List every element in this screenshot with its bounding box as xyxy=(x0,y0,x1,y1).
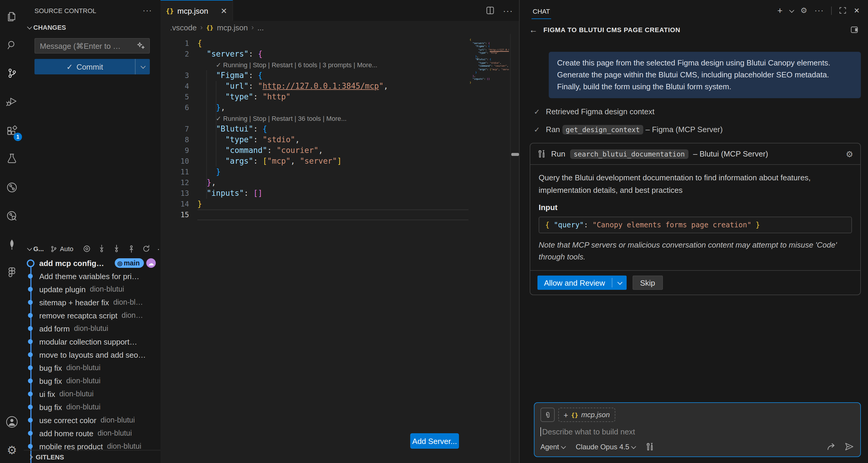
pull-icon[interactable] xyxy=(113,244,121,253)
commit-button[interactable]: ✓Commit xyxy=(34,59,150,75)
editor-more-actions-icon[interactable]: ··· xyxy=(503,6,513,15)
allow-and-review-button[interactable]: Allow and Review xyxy=(537,276,626,290)
mongodb-icon[interactable] xyxy=(4,236,20,253)
chat-settings-gear-icon[interactable]: ⚙ xyxy=(801,6,807,14)
commit-row[interactable]: add formdion-blutui xyxy=(24,322,160,335)
commit-repo: dion-blutui xyxy=(66,377,100,385)
commit-row[interactable]: add home routedion-blutui xyxy=(24,427,160,440)
attach-button[interactable] xyxy=(540,408,555,422)
sparkle-icon[interactable] xyxy=(137,42,145,50)
tool-input-json: { "query": "Canopy elements forms page c… xyxy=(539,216,852,233)
search-icon[interactable] xyxy=(4,37,20,54)
code-area[interactable]: 1{2 "servers": {✓ Running | Stop | Resta… xyxy=(160,34,519,463)
commit-message: add mcp config… xyxy=(39,259,104,267)
commit-dot-icon xyxy=(28,339,33,344)
code-line: 9 "command": "courier", xyxy=(160,145,519,156)
commit-dot-icon xyxy=(28,431,33,436)
commit-message-input[interactable] xyxy=(34,38,150,54)
graph-branch-mode[interactable]: Auto xyxy=(60,245,73,252)
graph-section-header[interactable]: G... Auto · xyxy=(24,242,160,255)
graph-overflow[interactable]: · xyxy=(157,244,160,253)
commit-dropdown[interactable] xyxy=(135,59,150,75)
breadcrumb[interactable]: .vscode › {} mcp.json › ... xyxy=(170,21,264,34)
open-chat-in-editor-icon[interactable] xyxy=(850,26,859,34)
run-and-debug-icon[interactable] xyxy=(4,93,20,110)
code-line: 8 "type": "stdio", xyxy=(470,61,509,64)
more-actions-icon[interactable]: ··· xyxy=(143,6,152,15)
mode-picker[interactable]: Agent xyxy=(540,442,565,451)
chat-more-actions-icon[interactable]: ··· xyxy=(814,6,824,15)
code-line: 9 "command": "courier", xyxy=(470,64,509,67)
tools-icon xyxy=(537,149,546,158)
close-panel-icon[interactable]: ✕ xyxy=(854,6,860,15)
maximize-panel-icon[interactable] xyxy=(839,6,846,14)
chat-text-input[interactable]: Describe what to build next xyxy=(540,427,854,436)
scrollbar-slider[interactable] xyxy=(511,153,519,156)
context-chip-mcp-json[interactable]: + {} mcp.json xyxy=(558,408,615,422)
tab-mcp-json[interactable]: {} mcp.json ✕ xyxy=(160,0,233,21)
tab-chat[interactable]: CHAT xyxy=(531,2,551,19)
allow-dropdown-icon[interactable] xyxy=(612,281,626,285)
extensions-icon[interactable]: 1 xyxy=(4,123,20,139)
commit-row[interactable]: use correct colordion-blutui xyxy=(24,414,160,427)
commit-row[interactable]: move to layouts and add seo… xyxy=(24,348,160,361)
commit-graph-search-icon[interactable] xyxy=(4,208,20,224)
chat-input-box[interactable]: + {} mcp.json Describe what to build nex… xyxy=(534,402,861,457)
testing-icon[interactable] xyxy=(4,150,20,167)
extensions-badge: 1 xyxy=(14,133,22,141)
cloud-badge-icon[interactable]: ☁ xyxy=(146,258,156,268)
close-tab-icon[interactable]: ✕ xyxy=(221,6,227,15)
fetch-icon[interactable] xyxy=(98,244,106,253)
commit-row[interactable]: modular collection support… xyxy=(24,335,160,348)
commit-row[interactable]: update plugindion-blutui xyxy=(24,283,160,296)
breadcrumb-symbol[interactable]: ... xyxy=(257,23,264,32)
activity-bar: 1 ⚙ xyxy=(0,0,24,463)
commit-message: bug fix xyxy=(39,376,62,385)
target-icon[interactable] xyxy=(83,244,91,253)
gitlens-section-header[interactable]: GITLENS xyxy=(24,450,160,463)
redirect-arrow-icon[interactable] xyxy=(826,442,836,452)
account-icon[interactable] xyxy=(4,414,20,430)
code-line: 1{ xyxy=(160,38,519,49)
settings-gear-icon[interactable]: ⚙ xyxy=(4,441,20,458)
figma-icon[interactable] xyxy=(4,264,20,281)
gitlens-icon[interactable] xyxy=(4,179,20,196)
skip-button[interactable]: Skip xyxy=(632,276,663,290)
codelens-row[interactable]: ✓ Running | Stop | Restart | 36 tools | … xyxy=(160,113,519,124)
model-picker[interactable]: Claude Opus 4.5 xyxy=(576,442,635,451)
commit-row[interactable]: ui fixdion-blutui xyxy=(24,387,160,401)
new-chat-dropdown-icon[interactable] xyxy=(789,7,794,12)
explorer-icon[interactable] xyxy=(4,8,20,25)
add-server-button[interactable]: Add Server... xyxy=(410,433,459,449)
split-editor-icon[interactable] xyxy=(486,6,495,15)
tool-settings-gear-icon[interactable]: ⚙ xyxy=(846,150,853,158)
add-context-icon: + xyxy=(564,410,568,419)
commit-row[interactable]: Add theme variables for pri… xyxy=(24,269,160,283)
push-icon[interactable] xyxy=(127,244,136,253)
back-arrow-icon[interactable]: ← xyxy=(529,25,537,34)
breadcrumb-folder[interactable]: .vscode xyxy=(170,23,197,32)
refresh-icon[interactable] xyxy=(143,244,151,253)
commit-dot-icon xyxy=(28,366,33,370)
commit-row[interactable]: remove recaptca scriptdion… xyxy=(24,309,160,322)
commit-row[interactable]: add mcp config…◎main☁ xyxy=(24,257,160,269)
code-line: 11 } xyxy=(160,167,519,177)
commit-row[interactable]: bug fixdion-blutui xyxy=(24,361,160,374)
source-control-icon[interactable] xyxy=(4,65,20,82)
send-icon[interactable] xyxy=(844,441,854,452)
commit-repo: dion-blutui xyxy=(90,285,124,293)
code-line: 6 }, xyxy=(160,103,519,113)
codelens-row[interactable]: ✓ Running | Stop | Restart | 6 tools | 3… xyxy=(160,59,519,70)
minimap[interactable]: 1{2 "servers": {3 "Figma": {4 "url": "ht… xyxy=(470,38,509,87)
tool-warning-note: Note that MCP servers or malicious conve… xyxy=(539,239,852,263)
new-chat-icon[interactable]: + xyxy=(777,5,783,16)
breadcrumb-file[interactable]: mcp.json xyxy=(217,23,248,32)
commit-row[interactable]: bug fixdion-blutui xyxy=(24,401,160,414)
branch-badge-main[interactable]: ◎main xyxy=(115,258,144,268)
json-file-icon: {} xyxy=(206,24,213,31)
tools-picker-icon[interactable] xyxy=(646,442,655,451)
commit-repo: dion… xyxy=(122,311,143,320)
changes-section-header[interactable]: CHANGES xyxy=(24,21,160,34)
commit-row[interactable]: sitemap + header fixdion-bl… xyxy=(24,296,160,309)
commit-row[interactable]: bug fixdion-blutui xyxy=(24,374,160,387)
